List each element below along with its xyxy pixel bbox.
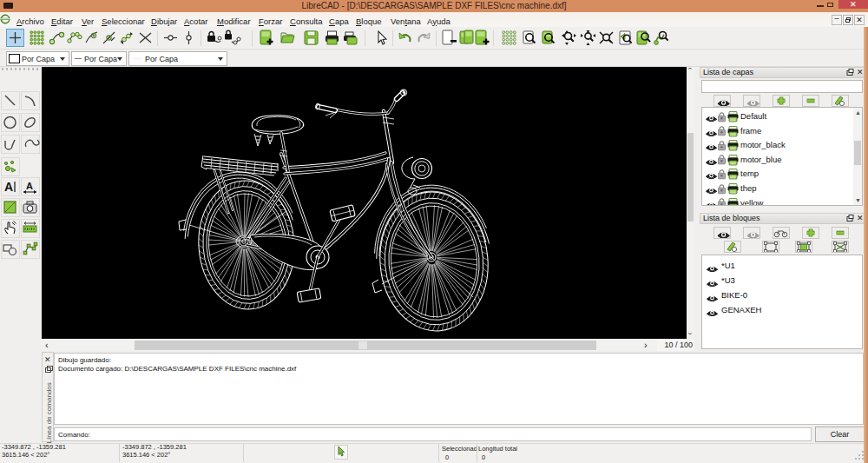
svg-text:A: A bbox=[26, 181, 33, 191]
svg-text:A: A bbox=[4, 180, 13, 194]
